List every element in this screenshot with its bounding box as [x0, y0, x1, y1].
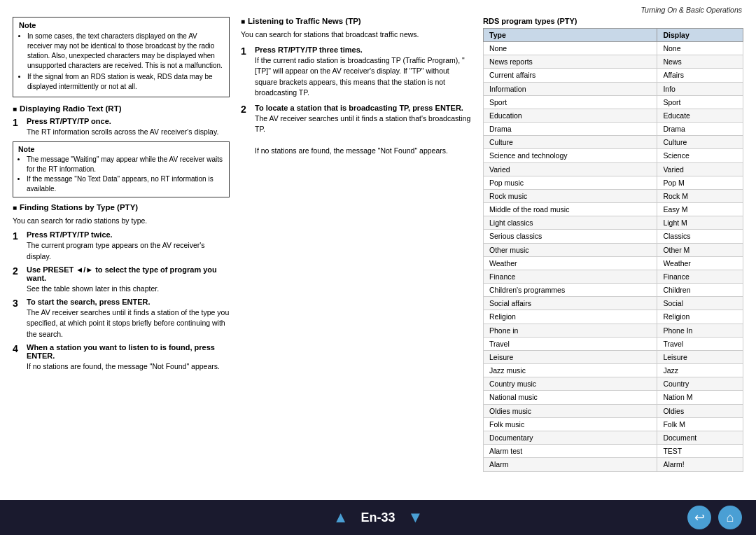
rds-type-cell: Oldies music — [484, 404, 657, 417]
next-arrow[interactable]: ▼ — [408, 508, 424, 527]
tp-step-1: 1 Press RT/PTY/TP three times. If the cu… — [241, 46, 472, 98]
rds-type-cell: Jazz music — [484, 364, 657, 377]
pty-step-3: 3 To start the search, press ENTER. The … — [13, 298, 230, 340]
rds-display-cell: Weather — [657, 256, 743, 270]
rds-type-cell: Serious classics — [484, 230, 657, 243]
table-row: Folk musicFolk M — [484, 417, 743, 431]
rds-display-cell: Drama — [657, 123, 743, 136]
rds-display-cell: TEST — [657, 445, 743, 458]
rds-display-cell: Folk M — [657, 417, 743, 431]
nav-icons: ↩ ⌂ — [687, 506, 742, 529]
pty-step-4-content: When a station you want to listen to is … — [27, 343, 230, 372]
tp-step-2: 2 To locate a station that is broadcasti… — [241, 104, 472, 156]
rds-display-cell: Finance — [657, 270, 743, 283]
rds-display-cell: Nation M — [657, 391, 743, 404]
rds-display-cell: Light M — [657, 216, 743, 230]
rds-display-cell: Affairs — [657, 69, 743, 82]
rt-step-1-text: The RT information scrolls across the AV… — [27, 127, 230, 137]
table-row: SportSport — [484, 95, 743, 109]
table-row: LeisureLeisure — [484, 350, 743, 363]
table-row: Jazz musicJazz — [484, 364, 743, 377]
table-row: ReligionReligion — [484, 310, 743, 324]
rds-display-cell: Document — [657, 431, 743, 444]
pty-step-2-num: 2 — [13, 265, 22, 294]
rds-display-cell: Educate — [657, 109, 743, 122]
rds-type-cell: Other music — [484, 243, 657, 256]
rds-type-cell: Information — [484, 82, 657, 95]
rds-type-cell: Travel — [484, 337, 657, 350]
rds-display-cell: Rock M — [657, 189, 743, 202]
rds-display-cell: Social — [657, 297, 743, 310]
rds-type-cell: Alarm — [484, 458, 657, 471]
table-row: Oldies musicOldies — [484, 404, 743, 417]
mid-column: Listening to Traffic News (TP) You can s… — [241, 17, 472, 496]
pty-step-2-text: See the table shown later in this chapte… — [27, 284, 230, 294]
rds-heading: RDS program types (PTY) — [483, 17, 743, 25]
rds-type-cell: National music — [484, 391, 657, 404]
bottom-bar: ▲ En-33 ▼ ↩ ⌂ — [0, 500, 756, 535]
pty-step-4-text: If no stations are found, the message "N… — [27, 361, 230, 372]
page-number: En-33 — [360, 510, 395, 525]
pty-step-1-content: Press RT/PTY/TP twice. The current progr… — [27, 230, 230, 261]
rds-type-cell: Science and technology — [484, 149, 657, 162]
table-row: Science and technologyScience — [484, 149, 743, 162]
inner-note-item-2: If the message "No Text Data" appears, n… — [27, 174, 224, 194]
table-row: Rock musicRock M — [484, 189, 743, 202]
rds-type-cell: Leisure — [484, 350, 657, 363]
rds-table: Type Display NoneNoneNews reportsNewsCur… — [483, 28, 743, 472]
pty-step-4-num: 4 — [13, 343, 22, 372]
table-row: DocumentaryDocument — [484, 431, 743, 444]
rds-display-cell: News — [657, 55, 743, 69]
tp-step-1-content: Press RT/PTY/TP three times. If the curr… — [255, 46, 472, 98]
rds-display-cell: Children — [657, 284, 743, 297]
top-note-list: In some cases, the text characters displ… — [19, 32, 223, 92]
rds-type-cell: Finance — [484, 270, 657, 283]
pty-step-1-title: Press RT/PTY/TP twice. — [27, 230, 230, 239]
rds-display-cell: Jazz — [657, 364, 743, 377]
rds-type-cell: Weather — [484, 256, 657, 270]
rds-display-cell: Classics — [657, 230, 743, 243]
page-indicator: ▲ En-33 ▼ — [333, 508, 424, 527]
pty-step-3-num: 3 — [13, 298, 22, 340]
rds-type-cell: Rock music — [484, 189, 657, 202]
rds-type-cell: Varied — [484, 162, 657, 176]
table-row: Current affairsAffairs — [484, 69, 743, 82]
table-row: National musicNation M — [484, 391, 743, 404]
table-row: NoneNone — [484, 42, 743, 55]
table-row: News reportsNews — [484, 55, 743, 69]
table-row: FinanceFinance — [484, 270, 743, 283]
left-column: Note In some cases, the text characters … — [13, 17, 230, 496]
table-row: Other musicOther M — [484, 243, 743, 256]
rds-type-cell: Social affairs — [484, 297, 657, 310]
tp-step-2-title: To locate a station that is broadcasting… — [255, 104, 472, 112]
back-icon: ↩ — [694, 510, 705, 525]
tp-step-2-num: 2 — [241, 104, 251, 156]
table-row: Children's programmesChildren — [484, 284, 743, 297]
inner-note-item-1: The message "Waiting" may appear while t… — [27, 155, 224, 174]
section-pty-heading: Finding Stations by Type (PTY) — [13, 203, 230, 211]
content-area: Note In some cases, the text characters … — [0, 17, 756, 496]
back-button[interactable]: ↩ — [687, 506, 711, 529]
top-note-item-2: If the signal from an RDS station is wea… — [27, 72, 223, 92]
home-button[interactable]: ⌂ — [718, 506, 742, 529]
pty-step-1-num: 1 — [13, 230, 22, 261]
table-row: DramaDrama — [484, 123, 743, 136]
home-icon: ⌂ — [727, 510, 734, 525]
section-rt-heading: Displaying Radio Text (RT) — [13, 104, 230, 113]
rt-step-1-content: Press RT/PTY/TP once. The RT information… — [27, 117, 230, 137]
pty-step-2-content: Use PRESET ◄/► to select the type of pro… — [27, 265, 230, 294]
rds-type-cell: Middle of the road music — [484, 203, 657, 216]
inner-note-box: Note The message "Waiting" may appear wh… — [13, 141, 230, 197]
rds-display-cell: Travel — [657, 337, 743, 350]
right-column: RDS program types (PTY) Type Display Non… — [483, 17, 743, 496]
pty-step-1-text: The current program type appears on the … — [27, 240, 230, 261]
rt-step-1-num: 1 — [13, 117, 22, 137]
rt-step-1-title: Press RT/PTY/TP once. — [27, 117, 230, 125]
tp-section-heading: Listening to Traffic News (TP) — [241, 17, 472, 25]
prev-arrow[interactable]: ▲ — [333, 508, 349, 527]
rds-col-display: Display — [657, 29, 743, 42]
rds-type-cell: Folk music — [484, 417, 657, 431]
table-row: Alarm testTEST — [484, 445, 743, 458]
rds-type-cell: Education — [484, 109, 657, 122]
header-title: Turning On & Basic Operations — [640, 6, 742, 14]
